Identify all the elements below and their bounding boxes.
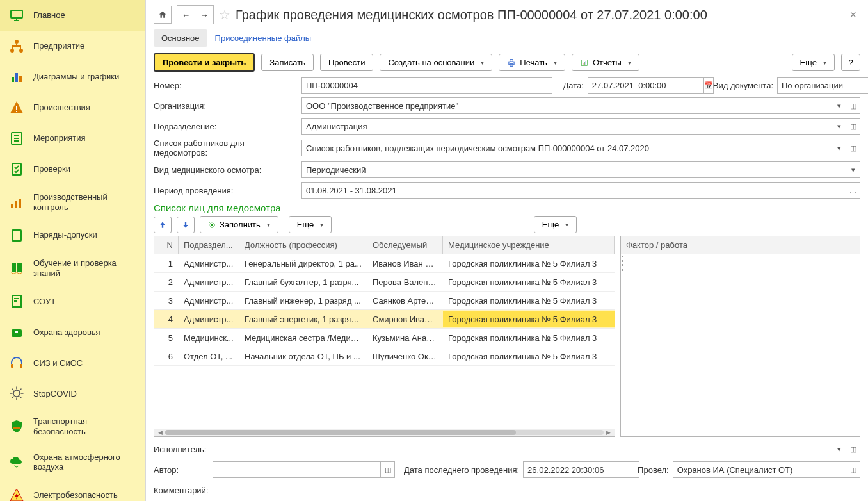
col-header-dep[interactable]: Подраздел... <box>179 236 239 254</box>
conducted-input[interactable] <box>673 461 846 478</box>
monitor-icon <box>9 8 24 23</box>
lastdate-input[interactable] <box>523 461 639 478</box>
empty-factor-row[interactable] <box>622 256 858 272</box>
sidebar-item-label: Электробезопасность <box>33 490 118 500</box>
horizontal-scrollbar[interactable]: ◀▶ <box>154 429 615 436</box>
sub-more-left-button[interactable]: Еще <box>289 216 332 233</box>
table-row[interactable]: 1Администр...Генеральный директор, 1 ра.… <box>154 254 615 273</box>
ellipsis-icon[interactable]: … <box>846 182 860 199</box>
org-input[interactable] <box>301 97 832 114</box>
sidebar-item-label: StopCOVID <box>33 389 77 399</box>
sidebar-item-checks[interactable]: Проверки <box>0 154 145 185</box>
sidebar-item-enterprise[interactable]: Предприятие <box>0 31 145 62</box>
report-icon <box>580 58 589 67</box>
comment-input[interactable] <box>213 482 860 498</box>
post-and-close-button[interactable]: Провести и закрыть <box>154 53 255 72</box>
open-icon[interactable]: ◫ <box>846 118 860 135</box>
sidebar-item-sout[interactable]: СОУТ <box>0 286 145 316</box>
conducted-label: Провел: <box>638 465 669 475</box>
table-row[interactable]: 4Администр...Главный энергетик, 1 разряд… <box>154 310 615 329</box>
svg-point-5 <box>19 49 23 53</box>
svg-rect-18 <box>19 199 21 208</box>
move-down-button[interactable] <box>177 217 195 233</box>
dropdown-icon[interactable]: ▾ <box>832 97 846 114</box>
sidebar-item-incidents[interactable]: Происшествия <box>0 92 145 123</box>
col-header-med[interactable]: Медицинское учреждение <box>443 236 615 254</box>
move-up-button[interactable] <box>154 217 172 233</box>
dept-input[interactable] <box>301 118 832 135</box>
workerslist-input[interactable] <box>301 140 832 156</box>
col-header-factor[interactable]: Фактор / работа <box>621 236 860 254</box>
post-button[interactable]: Провести <box>320 54 374 71</box>
svg-rect-17 <box>15 201 17 208</box>
table-body[interactable]: 1Администр...Генеральный директор, 1 ра.… <box>154 254 615 429</box>
sub-more-right-button[interactable]: Еще <box>534 216 577 233</box>
svg-rect-15 <box>12 163 21 175</box>
page-title: График проведения медицинских осмотров П… <box>236 8 840 22</box>
cell-dep: Администр... <box>179 293 239 309</box>
tab-files[interactable]: Присоединенные файлы <box>207 29 319 47</box>
calendar-icon[interactable]: 📅 <box>704 77 714 94</box>
tab-main[interactable]: Основное <box>154 29 207 47</box>
sidebar-item-prodcontrol[interactable]: Производственный контроль <box>0 185 145 220</box>
sidebar-item-training[interactable]: Обучение и проверка знаний <box>0 250 145 286</box>
sidebar-item-permits[interactable]: Наряды-допуски <box>0 220 145 250</box>
favorite-star-icon[interactable]: ☆ <box>219 7 230 22</box>
sidebar-item-health[interactable]: Охрана здоровья <box>0 316 145 347</box>
number-input[interactable] <box>301 77 552 94</box>
more-button[interactable]: Еще <box>792 54 835 71</box>
close-button[interactable]: × <box>846 8 860 22</box>
sidebar-item-charts[interactable]: Диаграммы и графики <box>0 62 145 92</box>
fill-button[interactable]: Заполнить <box>200 216 278 233</box>
author-label: Автор: <box>154 465 209 475</box>
table-row[interactable]: 3Администр...Главный инженер, 1 разряд .… <box>154 292 615 310</box>
sidebar-item-siz[interactable]: СИЗ и СиОС <box>0 347 145 378</box>
table-row[interactable]: 6Отдел ОТ, ...Начальник отдела ОТ, ПБ и … <box>154 347 615 366</box>
reports-button[interactable]: Отчеты <box>572 54 639 71</box>
cloud-icon <box>9 454 24 470</box>
col-header-n[interactable]: N <box>154 236 179 254</box>
sidebar-item-electro[interactable]: Электробезопасность <box>0 480 145 501</box>
open-icon[interactable]: ◫ <box>846 461 860 478</box>
save-button[interactable]: Записать <box>261 54 314 71</box>
open-icon[interactable]: ◫ <box>846 140 860 156</box>
open-icon[interactable]: ◫ <box>846 441 860 457</box>
print-label: Печать <box>520 58 547 67</box>
sidebar-item-events[interactable]: Мероприятия <box>0 123 145 154</box>
cell-med: Городская поликлиника № 5 Филиал 3 <box>443 311 615 327</box>
contractor-input[interactable] <box>213 441 832 457</box>
examtype-input[interactable] <box>301 161 846 178</box>
open-icon[interactable]: ◫ <box>846 97 860 114</box>
col-header-per[interactable]: Обследуемый <box>367 236 443 254</box>
svg-line-33 <box>20 397 21 398</box>
open-icon[interactable]: ◫ <box>381 461 395 478</box>
dropdown-icon[interactable]: ▾ <box>832 118 846 135</box>
back-button[interactable]: ← <box>177 6 195 24</box>
author-input[interactable] <box>213 461 381 478</box>
dropdown-icon[interactable]: ▾ <box>832 441 846 457</box>
col-header-pos[interactable]: Должность (профессия) <box>239 236 367 254</box>
doctype-input[interactable] <box>777 77 868 94</box>
print-button[interactable]: Печать <box>499 54 565 71</box>
create-based-button[interactable]: Создать на основании <box>380 54 492 71</box>
forward-button[interactable]: → <box>195 6 213 24</box>
sidebar-item-covid[interactable]: StopCOVID <box>0 378 145 409</box>
dropdown-icon[interactable]: ▾ <box>832 140 846 156</box>
svg-rect-43 <box>586 61 586 65</box>
table-row[interactable]: 5Медицинск...Медицинская сестра /Медиц..… <box>154 329 615 347</box>
svg-rect-16 <box>11 204 13 208</box>
sidebar-item-air[interactable]: Охрана атмосферного воздуха <box>0 445 145 480</box>
period-input[interactable] <box>301 182 846 199</box>
home-button[interactable] <box>154 6 172 24</box>
cell-per: Шуличенко Окс... <box>367 349 443 365</box>
table-row[interactable]: 2Администр...Главный бухгалтер, 1 разря.… <box>154 273 615 292</box>
sidebar-item-main[interactable]: Главное <box>0 0 145 31</box>
sidebar-item-label: СИЗ и СиОС <box>33 358 83 368</box>
date-input[interactable] <box>588 77 704 94</box>
period-label: Период проведения: <box>154 186 298 195</box>
help-button[interactable]: ? <box>841 54 860 71</box>
dropdown-icon[interactable]: ▾ <box>846 161 860 178</box>
sidebar-item-transport[interactable]: Транспортная безопасность <box>0 409 145 444</box>
bar-chart-icon <box>9 69 24 85</box>
cell-pos: Главный инженер, 1 разряд ... <box>239 293 367 309</box>
